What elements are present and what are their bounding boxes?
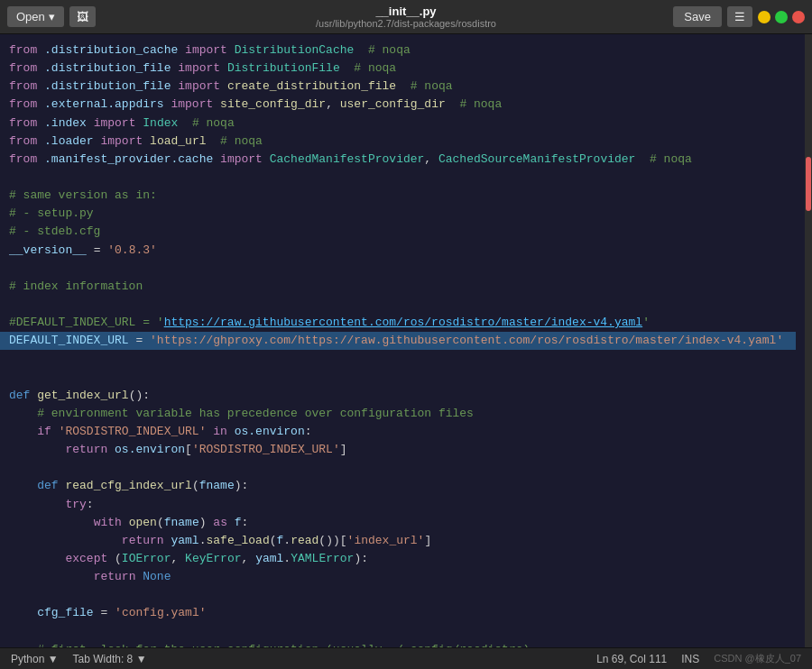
language-selector[interactable]: Python ▼: [11, 653, 59, 665]
scrollbar-thumb[interactable]: [806, 157, 811, 211]
open-button[interactable]: Open ▾: [7, 6, 64, 27]
filename: __init__.py: [375, 5, 436, 18]
open-dropdown-icon: ▾: [49, 10, 55, 23]
close-button[interactable]: [792, 11, 805, 23]
cursor-position: Ln 69, Col 111: [596, 653, 667, 665]
editor: from .distribution_cache import Distribu…: [0, 34, 812, 647]
maximize-button[interactable]: [775, 11, 788, 23]
minimize-button[interactable]: [758, 11, 770, 23]
watermark: CSDN @橡皮人_07: [714, 652, 801, 665]
window-controls: [758, 11, 805, 23]
open-label: Open: [16, 10, 45, 23]
save-button[interactable]: Save: [673, 6, 722, 27]
insert-mode: INS: [681, 653, 699, 665]
tab-width-dropdown-icon: ▼: [136, 653, 147, 665]
tab-width-label: Tab Width: 8: [73, 653, 134, 665]
titlebar-right: Save ☰: [673, 6, 805, 27]
language-dropdown-icon: ▼: [48, 653, 59, 665]
menu-button[interactable]: ☰: [727, 6, 752, 27]
language-label: Python: [11, 653, 44, 665]
titlebar-center: __init__.py /usr/lib/python2.7/dist-pack…: [316, 5, 496, 29]
statusbar: Python ▼ Tab Width: 8 ▼ Ln 69, Col 111 I…: [0, 647, 812, 669]
statusbar-right: Ln 69, Col 111 INS CSDN @橡皮人_07: [596, 652, 801, 665]
tab-width-selector[interactable]: Tab Width: 8 ▼: [73, 653, 147, 665]
statusbar-left: Python ▼ Tab Width: 8 ▼: [11, 653, 147, 665]
photo-icon-button[interactable]: 🖼: [69, 6, 96, 27]
filepath: /usr/lib/python2.7/dist-packages/rosdist…: [316, 18, 496, 29]
titlebar: Open ▾ 🖼 __init__.py /usr/lib/python2.7/…: [0, 0, 812, 34]
titlebar-left: Open ▾ 🖼: [7, 6, 96, 27]
scrollbar[interactable]: [805, 34, 812, 647]
code-area[interactable]: from .distribution_cache import Distribu…: [0, 34, 805, 647]
